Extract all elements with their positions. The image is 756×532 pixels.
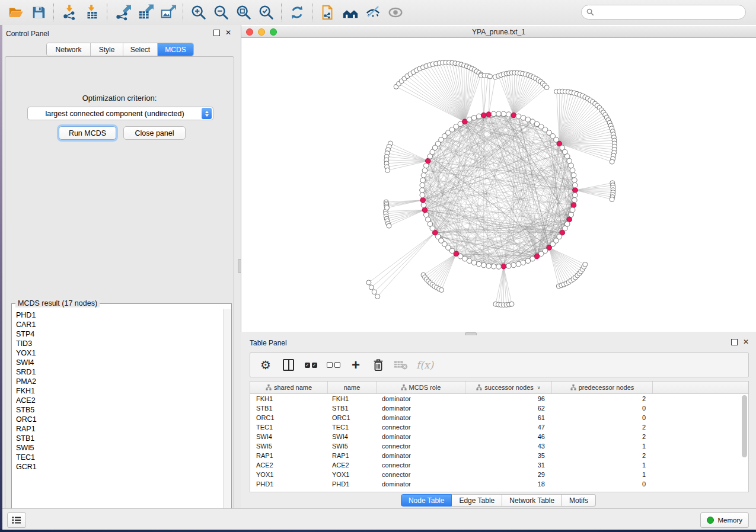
mcds-result-item[interactable]: RAP1 <box>16 424 224 434</box>
ring-node[interactable] <box>420 188 425 193</box>
mcds-result-item[interactable]: YOX1 <box>16 348 224 358</box>
ring-node[interactable] <box>496 111 502 117</box>
mcds-result-item[interactable]: ACE2 <box>16 396 224 405</box>
zoom-fit-button[interactable] <box>234 2 254 23</box>
run-mcds-button[interactable]: Run MCDS <box>59 126 116 140</box>
mcds-result-item[interactable]: PHD1 <box>16 310 224 320</box>
satellite-node[interactable] <box>610 197 614 202</box>
mcds-result-item[interactable]: FKH1 <box>16 386 224 396</box>
satellite-node[interactable] <box>610 159 614 164</box>
tab-edge-table[interactable]: Edge Table <box>452 494 502 507</box>
ring-node[interactable] <box>511 262 516 268</box>
ring-node[interactable] <box>426 217 431 222</box>
column-visibility-button[interactable] <box>281 357 295 373</box>
hub-node[interactable] <box>573 188 578 193</box>
ring-node[interactable] <box>491 111 496 117</box>
table-row[interactable]: RAP1RAP1dominator352 <box>250 451 748 460</box>
ring-node[interactable] <box>424 163 429 168</box>
share-document-button[interactable] <box>318 2 338 23</box>
mcds-result-item[interactable]: SWI4 <box>16 358 224 367</box>
task-history-button[interactable] <box>7 512 26 528</box>
ring-node[interactable] <box>424 212 429 217</box>
float-panel-icon[interactable] <box>213 30 220 36</box>
float-panel-icon[interactable] <box>731 339 738 345</box>
ring-node[interactable] <box>569 163 574 168</box>
satellite-node[interactable] <box>487 74 492 79</box>
ring-node[interactable] <box>420 193 425 198</box>
tab-node-table[interactable]: Node Table <box>401 494 452 507</box>
ring-node[interactable] <box>516 261 521 267</box>
hide-selected-button[interactable] <box>363 2 383 23</box>
export-image-button[interactable] <box>158 2 178 23</box>
hub-node[interactable] <box>420 198 426 203</box>
tab-network-table[interactable]: Network Table <box>502 494 562 507</box>
memory-button[interactable]: Memory <box>700 512 749 528</box>
criterion-dropdown[interactable]: largest connected component (undirected) <box>27 107 213 120</box>
satellite-node[interactable] <box>385 206 390 210</box>
mcds-list-scrollbar[interactable] <box>223 309 231 521</box>
mcds-result-item[interactable]: SWI5 <box>16 443 224 453</box>
column-header-successor-nodes[interactable]: successor nodes∨ <box>465 382 552 393</box>
column-header-shared-name[interactable]: shared name <box>250 382 328 393</box>
satellite-node[interactable] <box>375 294 380 299</box>
mcds-result-item[interactable]: STP4 <box>16 329 224 339</box>
tab-network[interactable]: Network <box>47 43 91 56</box>
ring-node[interactable] <box>570 168 575 173</box>
satellite-node[interactable] <box>366 280 371 285</box>
ring-node[interactable] <box>516 114 521 119</box>
mcds-result-item[interactable]: STB1 <box>16 434 224 443</box>
table-scrollbar-thumb[interactable] <box>742 395 747 457</box>
ring-node[interactable] <box>571 173 576 178</box>
mcds-result-item[interactable]: STB5 <box>16 405 224 415</box>
hub-node[interactable] <box>571 203 576 208</box>
close-panel-icon[interactable]: ✕ <box>743 339 749 345</box>
ring-node[interactable] <box>421 203 426 208</box>
table-row[interactable]: STB1STB1dominator620 <box>250 403 748 413</box>
satellite-node[interactable] <box>372 290 377 294</box>
ring-node[interactable] <box>486 264 492 269</box>
hub-node[interactable] <box>422 207 428 213</box>
hub-node[interactable] <box>511 113 516 118</box>
hub-node[interactable] <box>481 113 487 118</box>
mcds-result-item[interactable]: CAR1 <box>16 320 224 329</box>
ring-node[interactable] <box>476 114 481 119</box>
satellite-node[interactable] <box>544 85 549 90</box>
ring-node[interactable] <box>476 261 481 267</box>
zoom-out-button[interactable] <box>211 2 231 23</box>
ring-node[interactable] <box>506 264 512 269</box>
satellite-node[interactable] <box>385 168 390 172</box>
column-header-predecessor-nodes[interactable]: predecessor nodes <box>552 382 653 393</box>
tab-select[interactable]: Select <box>123 43 158 56</box>
table-settings-button[interactable]: ⚙ <box>259 357 273 373</box>
table-row[interactable]: YOX1YOX1connector291 <box>250 470 748 479</box>
export-table-button[interactable] <box>135 2 155 23</box>
ring-node[interactable] <box>471 260 477 265</box>
ring-node[interactable] <box>570 207 575 213</box>
hub-node[interactable] <box>501 264 506 269</box>
refresh-button[interactable] <box>287 2 307 23</box>
search-box[interactable] <box>581 5 746 20</box>
add-column-button[interactable]: + <box>349 357 363 373</box>
mcds-result-item[interactable]: PMA2 <box>16 377 224 386</box>
ring-node[interactable] <box>569 212 574 217</box>
delete-column-button[interactable] <box>371 357 385 373</box>
satellite-node[interactable] <box>369 285 374 290</box>
mcds-result-item[interactable]: TID3 <box>16 339 224 348</box>
ring-node[interactable] <box>572 182 578 188</box>
save-session-button[interactable] <box>28 2 49 23</box>
mcds-result-item[interactable]: TEC1 <box>16 453 224 462</box>
satellite-node[interactable] <box>439 288 444 293</box>
ring-node[interactable] <box>481 262 487 268</box>
ring-node[interactable] <box>501 111 506 117</box>
ring-node[interactable] <box>420 178 426 183</box>
table-row[interactable]: SWI4SWI4dominator462 <box>250 432 748 441</box>
table-row[interactable]: TEC1TEC1connector472 <box>250 422 748 432</box>
zoom-in-button[interactable] <box>189 2 209 23</box>
table-row[interactable]: ACE2ACE2connector311 <box>250 460 748 470</box>
ring-node[interactable] <box>467 117 472 123</box>
ring-node[interactable] <box>525 258 531 264</box>
ring-node[interactable] <box>567 158 572 164</box>
show-all-button[interactable] <box>385 2 406 23</box>
search-input[interactable] <box>597 8 745 17</box>
ring-node[interactable] <box>572 193 578 198</box>
